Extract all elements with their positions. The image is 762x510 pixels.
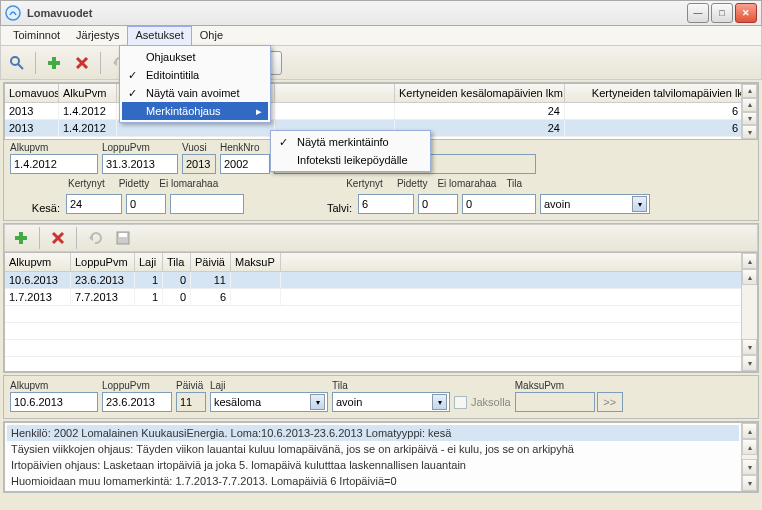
detail-toolbar xyxy=(4,224,758,252)
svg-rect-16 xyxy=(119,233,127,237)
svg-line-2 xyxy=(18,64,23,69)
menu-ohjaukset[interactable]: Ohjaukset xyxy=(122,48,268,66)
menu-toiminnot[interactable]: Toiminnot xyxy=(5,26,68,45)
input-kesa-kertynyt[interactable] xyxy=(66,194,122,214)
scroll-down-icon[interactable]: ▾ xyxy=(742,112,757,126)
input-entry-loppupvm[interactable] xyxy=(102,392,172,412)
status-line: Täysien viikkojen ohjaus: Täyden viikon … xyxy=(7,441,739,457)
input-kesa-pidetty[interactable] xyxy=(126,194,166,214)
status-panel: Henkilö: 2002 Lomalainen KuukausiEnergia… xyxy=(4,422,758,492)
col-talvi[interactable]: Kertyneiden talvilomapäivien lkm xyxy=(565,84,757,102)
chevron-down-icon: ▾ xyxy=(632,196,647,212)
add-row-button[interactable] xyxy=(9,226,33,250)
search-icon xyxy=(9,55,25,71)
input-kesa-eilomarahaa[interactable] xyxy=(170,194,244,214)
select-tila[interactable]: avoin▾ xyxy=(540,194,650,214)
menu-jarjestys[interactable]: Järjestys xyxy=(68,26,127,45)
close-button[interactable]: ✕ xyxy=(735,3,757,23)
titlebar: Lomavuodet — □ ✕ xyxy=(0,0,762,26)
check-icon: ✓ xyxy=(128,87,137,100)
search-button[interactable] xyxy=(5,51,29,75)
col-laji[interactable]: Laji xyxy=(135,253,163,271)
menu-ohje[interactable]: Ohje xyxy=(192,26,231,45)
grid-vacation-entries: Alkupvm LoppuPvm Laji Tila Päiviä MaksuP… xyxy=(4,252,758,372)
menu-merkintaohjaus[interactable]: Merkintäohjaus▸ xyxy=(122,102,268,120)
svg-point-1 xyxy=(11,57,19,65)
grid-header: Lomavuos AlkuPvm enkilönimi Kertyneiden … xyxy=(5,84,757,103)
scroll-up-icon[interactable]: ▴ xyxy=(742,269,757,285)
scroll-top-icon[interactable]: ▴ xyxy=(742,423,757,439)
status-line: Huomioidaan muu lomamerkintä: 1.7.2013-7… xyxy=(7,473,739,489)
delete-row-button[interactable] xyxy=(46,226,70,250)
maximize-button[interactable]: □ xyxy=(711,3,733,23)
scroll-up-icon[interactable]: ▴ xyxy=(742,98,757,112)
svg-rect-11 xyxy=(15,236,27,240)
save-row-button[interactable] xyxy=(111,226,135,250)
scroll-bottom-icon[interactable]: ▾ xyxy=(742,475,757,491)
col-alkupvm[interactable]: Alkupvm xyxy=(5,253,71,271)
scrollbar[interactable]: ▴ ▴ ▾ ▾ xyxy=(741,84,757,139)
submenu-merkintaohjaus: ✓Näytä merkintäinfo Infoteksti leikepöyd… xyxy=(270,130,431,172)
menu-infoteksti-leikepoydalle[interactable]: Infoteksti leikepöydälle xyxy=(273,151,428,169)
minimize-button[interactable]: — xyxy=(687,3,709,23)
go-button[interactable]: >> xyxy=(597,392,623,412)
table-row[interactable]: 1.7.2013 7.7.2013 1 0 6 xyxy=(5,289,757,306)
scroll-top-icon[interactable]: ▴ xyxy=(742,84,757,98)
input-alkupvm[interactable] xyxy=(10,154,98,174)
label-kesa: Kesä: xyxy=(10,202,62,214)
table-row[interactable]: 10.6.2013 23.6.2013 1 0 11 xyxy=(5,272,757,289)
label-loppupvm: LoppuPvm xyxy=(102,142,178,154)
table-row[interactable]: 2013 1.4.2012 malainen Kuukausipalkka 24… xyxy=(5,103,757,120)
label-jaksolla: Jaksolla xyxy=(471,396,511,408)
col-kesa[interactable]: Kertyneiden kesälomapäivien lkm xyxy=(395,84,565,102)
menu-nayta-vain-avoimet[interactable]: ✓Näytä vain avoimet xyxy=(122,84,268,102)
col-lomavuos[interactable]: Lomavuos xyxy=(5,84,59,102)
select-entry-tila[interactable]: avoin▾ xyxy=(332,392,450,412)
input-entry-alkupvm[interactable] xyxy=(10,392,98,412)
scroll-down-icon[interactable]: ▾ xyxy=(742,339,757,355)
col-alkupvm[interactable]: AlkuPvm xyxy=(59,84,117,102)
input-talvi-eilomarahaa[interactable] xyxy=(462,194,536,214)
menu-editointitila[interactable]: ✓Editointitila xyxy=(122,66,268,84)
window-title: Lomavuodet xyxy=(27,7,687,19)
undo-row-button[interactable] xyxy=(83,226,107,250)
status-line: Irtopäivien ohjaus: Lasketaan irtopäiviä… xyxy=(7,457,739,473)
input-vuosi xyxy=(182,154,216,174)
scrollbar[interactable]: ▴ ▴ ▾ ▾ xyxy=(741,253,757,371)
scrollbar[interactable]: ▴ ▴ ▾ ▾ xyxy=(741,423,757,491)
col-paivia[interactable]: Päiviä xyxy=(191,253,231,271)
scroll-down-icon[interactable]: ▾ xyxy=(742,459,757,475)
chevron-down-icon: ▾ xyxy=(432,394,447,410)
add-button[interactable] xyxy=(42,51,66,75)
input-talvi-pidetty[interactable] xyxy=(418,194,458,214)
input-henknro[interactable] xyxy=(220,154,270,174)
menu-nayta-merkintainfo[interactable]: ✓Näytä merkintäinfo xyxy=(273,133,428,151)
input-talvi-kertynyt[interactable] xyxy=(358,194,414,214)
svg-point-0 xyxy=(6,6,20,20)
save-icon xyxy=(115,230,131,246)
col-loppupvm[interactable]: LoppuPvm xyxy=(71,253,135,271)
form-kesatalvi: Kertynyt Pidetty Ei lomarahaa Kertynyt P… xyxy=(4,176,758,194)
input-loppupvm[interactable] xyxy=(102,154,178,174)
scroll-bottom-icon[interactable]: ▾ xyxy=(742,125,757,139)
input-entry-paivia xyxy=(176,392,206,412)
select-laji[interactable]: kesäloma▾ xyxy=(210,392,328,412)
col-tila[interactable]: Tila xyxy=(163,253,191,271)
label-vuosi: Vuosi xyxy=(182,142,216,154)
table-row[interactable] xyxy=(5,340,757,357)
undo-icon xyxy=(87,230,103,246)
menu-asetukset[interactable]: Asetukset xyxy=(127,26,191,45)
delete-button[interactable] xyxy=(70,51,94,75)
scroll-top-icon[interactable]: ▴ xyxy=(742,253,757,269)
checkbox-jaksolla[interactable] xyxy=(454,396,467,409)
table-row[interactable] xyxy=(5,306,757,323)
main-toolbar: Kalenteri... xyxy=(0,46,762,80)
col-maksup[interactable]: MaksuP xyxy=(231,253,281,271)
table-row[interactable] xyxy=(5,323,757,340)
plus-icon xyxy=(46,55,62,71)
scroll-bottom-icon[interactable]: ▾ xyxy=(742,355,757,371)
window-buttons: — □ ✕ xyxy=(687,3,757,23)
grid-header: Alkupvm LoppuPvm Laji Tila Päiviä MaksuP xyxy=(5,253,757,272)
scroll-up-icon[interactable]: ▴ xyxy=(742,439,757,455)
chevron-down-icon: ▾ xyxy=(310,394,325,410)
